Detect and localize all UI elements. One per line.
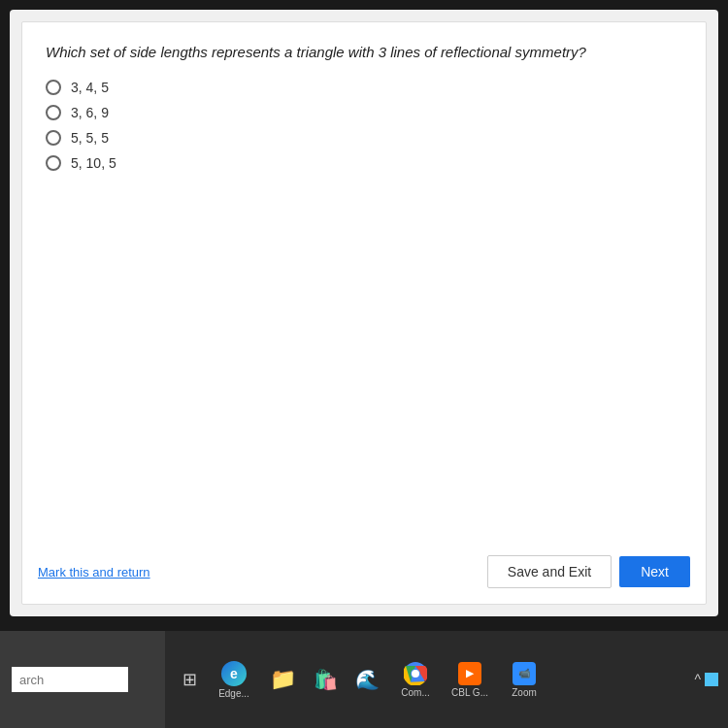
option-label-3: 5, 5, 5 [71, 130, 109, 146]
taskbar-search-input[interactable] [12, 667, 128, 692]
option-label-2: 3, 6, 9 [71, 105, 109, 120]
next-button[interactable]: Next [619, 556, 690, 587]
taskbar-mail-item[interactable]: 🌊 [349, 664, 385, 695]
option-label-4: 5, 10, 5 [71, 155, 116, 171]
taskbar-chrome-item[interactable]: Com... [391, 658, 440, 702]
store-icon: 🛍️ [314, 668, 338, 691]
radio-4[interactable] [46, 155, 61, 171]
folder-icon: 📁 [270, 667, 296, 692]
mail-icon: 🌊 [355, 668, 380, 691]
taskbar-edge-item[interactable]: e Edge... [210, 657, 258, 703]
save-exit-button[interactable]: Save and Exit [487, 555, 612, 588]
taskbar-cbl-label: CBL G... [451, 687, 488, 698]
monitor-icon: ⊞ [182, 669, 197, 690]
zoom-icon: 📹 [513, 662, 536, 685]
option-item-3[interactable]: 5, 5, 5 [46, 130, 682, 146]
option-item-4[interactable]: 5, 10, 5 [46, 155, 682, 171]
taskbar-edge-label: Edge... [218, 688, 249, 699]
taskbar: ⊞ e Edge... 📁 🛍️ 🌊 [0, 631, 728, 728]
option-item-2[interactable]: 3, 6, 9 [46, 105, 682, 120]
taskbar-zoom-item[interactable]: 📹 Zoom [500, 658, 548, 702]
taskbar-cbl-item[interactable]: ▶ CBL G... [446, 658, 494, 702]
mark-return-link[interactable]: Mark this and return [38, 565, 150, 579]
footer-buttons: Save and Exit Next [487, 555, 690, 588]
quiz-container: Which set of side lengths represents a t… [10, 10, 718, 616]
cbl-icon: ▶ [458, 662, 481, 685]
status-icon [705, 673, 718, 686]
radio-1[interactable] [46, 80, 61, 95]
radio-2[interactable] [46, 105, 61, 120]
question-text: Which set of side lengths represents a t… [46, 42, 682, 62]
taskbar-zoom-label: Zoom [512, 687, 537, 698]
edge-icon: e [221, 661, 247, 686]
quiz-inner: Which set of side lengths represents a t… [21, 21, 707, 605]
taskbar-icons: ⊞ e Edge... 📁 🛍️ 🌊 [165, 631, 728, 728]
option-item-1[interactable]: 3, 4, 5 [46, 80, 682, 95]
options-list: 3, 4, 5 3, 6, 9 5, 5, 5 5, 10, 5 [46, 80, 682, 171]
taskbar-folder-item[interactable]: 📁 [264, 663, 302, 696]
taskbar-right: ^ [694, 672, 718, 687]
taskbar-monitor-item[interactable]: ⊞ [175, 665, 204, 694]
taskbar-search-area [0, 631, 165, 728]
taskbar-chrome-label: Com... [401, 687, 429, 698]
quiz-footer: Mark this and return Save and Exit Next [38, 555, 690, 588]
chevron-icon[interactable]: ^ [694, 672, 701, 687]
svg-point-2 [412, 670, 419, 678]
radio-3[interactable] [46, 130, 61, 146]
taskbar-store-item[interactable]: 🛍️ [308, 664, 344, 695]
chrome-icon [404, 662, 427, 685]
option-label-1: 3, 4, 5 [71, 80, 109, 95]
